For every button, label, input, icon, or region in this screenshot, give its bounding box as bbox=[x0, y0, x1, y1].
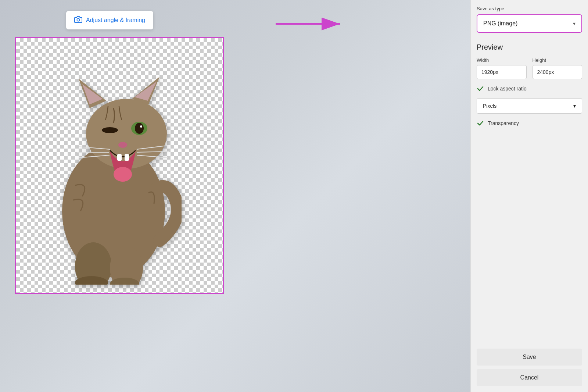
cancel-button[interactable]: Cancel bbox=[477, 369, 582, 386]
main-canvas: Adjust angle & framing bbox=[0, 0, 470, 392]
arrow-svg bbox=[276, 13, 349, 35]
adjust-angle-button[interactable]: Adjust angle & framing bbox=[66, 11, 153, 29]
lock-aspect-label: Lock aspect ratio bbox=[488, 86, 527, 92]
pixels-option-label: Pixels bbox=[483, 103, 496, 109]
svg-point-11 bbox=[118, 142, 127, 148]
lock-aspect-checkmark bbox=[477, 85, 484, 92]
width-input[interactable] bbox=[477, 65, 527, 79]
svg-point-7 bbox=[102, 127, 118, 133]
pixels-dropdown[interactable]: Pixels ▾ bbox=[477, 98, 582, 114]
transparency-checkmark bbox=[477, 120, 484, 127]
bottom-buttons: Save Cancel bbox=[471, 343, 588, 392]
transparency-label: Transparency bbox=[488, 120, 519, 126]
svg-point-9 bbox=[135, 123, 144, 134]
svg-point-16 bbox=[114, 167, 132, 182]
svg-point-0 bbox=[77, 18, 79, 21]
cat-preview-image bbox=[46, 57, 182, 285]
save-as-type-label: Save as type bbox=[477, 6, 582, 11]
save-as-type-section: Save as type PNG (image) ▾ bbox=[471, 0, 588, 37]
save-button[interactable]: Save bbox=[477, 349, 582, 366]
adjust-angle-label: Adjust angle & framing bbox=[86, 17, 145, 24]
height-column: Height bbox=[533, 57, 582, 79]
preview-section: Preview Width Height Lock aspect ratio P bbox=[471, 37, 588, 140]
preview-title: Preview bbox=[477, 43, 582, 51]
panel-spacer bbox=[471, 140, 588, 343]
svg-rect-12 bbox=[117, 154, 122, 161]
transparency-row[interactable]: Transparency bbox=[477, 120, 582, 127]
arrow-annotation bbox=[276, 13, 349, 35]
width-label: Width bbox=[477, 57, 527, 63]
dimension-row: Width Height bbox=[477, 57, 582, 79]
svg-point-10 bbox=[140, 125, 142, 128]
chevron-down-icon: ▾ bbox=[573, 21, 576, 26]
height-input[interactable] bbox=[533, 65, 582, 79]
lock-aspect-row[interactable]: Lock aspect ratio bbox=[477, 85, 582, 92]
image-preview-container bbox=[15, 37, 224, 294]
width-column: Width bbox=[477, 57, 527, 79]
save-type-dropdown[interactable]: PNG (image) ▾ bbox=[477, 14, 582, 33]
right-panel: Save as type PNG (image) ▾ Preview Width… bbox=[470, 0, 588, 392]
svg-rect-13 bbox=[125, 154, 129, 161]
png-option-label: PNG (image) bbox=[483, 20, 517, 27]
pixels-chevron-icon: ▾ bbox=[573, 103, 576, 109]
height-label: Height bbox=[533, 57, 582, 63]
camera-icon bbox=[74, 15, 82, 25]
